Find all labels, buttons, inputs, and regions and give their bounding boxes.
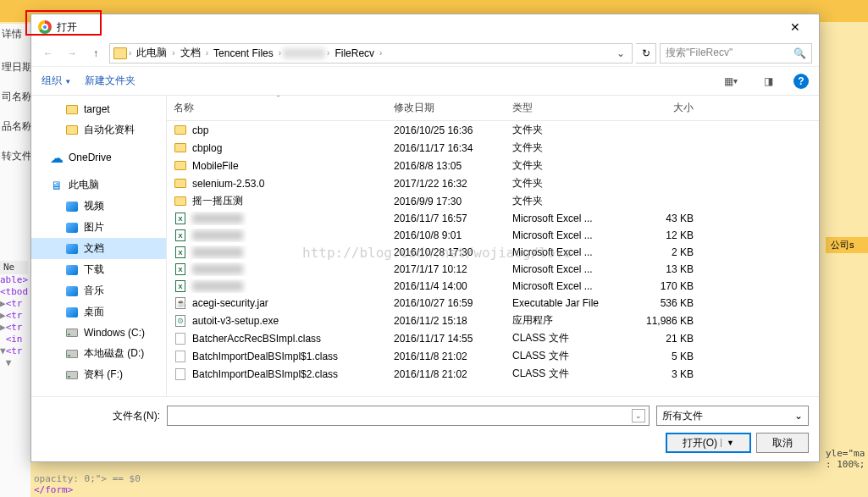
- crumb-filerecv[interactable]: FileRecv: [331, 47, 378, 59]
- file-row[interactable]: acegi-security.jar2016/10/27 16:59Execut…: [167, 295, 819, 312]
- tree-item-target[interactable]: target: [31, 99, 166, 119]
- file-name: [192, 230, 243, 240]
- file-name: [192, 213, 243, 224]
- tree-item-[interactable]: 下载: [31, 259, 166, 280]
- up-button[interactable]: ↑: [86, 43, 106, 64]
- crumb-tencent[interactable]: Tencent Files: [210, 47, 277, 59]
- crumb-redacted[interactable]: [283, 48, 325, 58]
- file-type: Microsoft Excel ...: [506, 280, 616, 292]
- tree-item-label: 此电脑: [69, 178, 99, 192]
- file-row[interactable]: 2016/11/4 14:00Microsoft Excel ...170 KB: [167, 278, 819, 295]
- forward-button[interactable]: →: [62, 43, 82, 64]
- file-type-filter[interactable]: 所有文件 ⌄: [656, 406, 809, 426]
- file-list: http://blog.csdn.net/wojiaog/love ˆ 名称 修…: [167, 96, 819, 396]
- bg-right-edge: 公司s yle="ma : 100%;: [826, 237, 868, 470]
- back-button[interactable]: ←: [38, 43, 58, 64]
- folder-icon: [174, 177, 187, 191]
- crumb-thispc[interactable]: 此电脑: [133, 46, 170, 60]
- file-row[interactable]: MobileFile2016/8/8 13:05文件夹: [167, 157, 819, 174]
- file-type: CLASS 文件: [506, 349, 616, 363]
- folder-icon: [174, 124, 187, 137]
- jar-icon: [174, 296, 187, 310]
- tree-item-onedrive[interactable]: ☁OneDrive: [31, 147, 166, 168]
- bg-devtools-code: Ne able> <tbod ▶<tr ▶<tr ▶<tr <in ▼<tr ▼: [0, 261, 28, 369]
- chevron-right-icon: ›: [172, 48, 174, 58]
- breadcrumb[interactable]: › 此电脑 › 文档 › Tencent Files › › FileRecv …: [109, 43, 633, 64]
- file-type: 文件夹: [506, 176, 616, 191]
- chevron-down-icon: ⌄: [794, 410, 803, 422]
- bg-label: 理日期: [0, 57, 30, 78]
- file-type: Microsoft Excel ...: [506, 213, 616, 224]
- filename-input[interactable]: ⌄: [167, 406, 650, 426]
- close-button[interactable]: ✕: [778, 20, 812, 34]
- file-row[interactable]: 摇一摇压测2016/9/9 17:30文件夹: [167, 192, 819, 210]
- dialog-title: 打开: [57, 20, 778, 35]
- tree-item-label: 自动化资料: [84, 123, 135, 137]
- file-name: cbplog: [192, 142, 222, 154]
- cancel-button[interactable]: 取消: [756, 433, 809, 453]
- titlebar: 打开 ✕: [31, 14, 819, 40]
- open-split-icon[interactable]: ▼: [721, 439, 734, 447]
- new-folder-button[interactable]: 新建文件夹: [85, 74, 135, 88]
- class-icon: [174, 350, 187, 363]
- preview-pane-button[interactable]: ◨: [756, 72, 780, 91]
- tree-item-[interactable]: 文档: [31, 238, 166, 259]
- file-row[interactable]: cbp2016/10/25 16:36文件夹: [167, 121, 819, 139]
- folder-tree[interactable]: target自动化资料☁OneDrive🖥此电脑视频图片文档下载音乐桌面Wind…: [31, 96, 167, 396]
- file-name: [192, 247, 243, 257]
- list-body[interactable]: cbp2016/10/25 16:36文件夹cbplog2016/11/17 1…: [167, 121, 819, 396]
- tree-item-[interactable]: 🖥此电脑: [31, 174, 166, 196]
- refresh-button[interactable]: ↻: [636, 43, 656, 64]
- column-size[interactable]: 大小: [616, 101, 700, 115]
- file-type: Executable Jar File: [506, 297, 616, 309]
- tree-item-windowsc[interactable]: Windows (C:): [31, 323, 166, 343]
- filename-dropdown-icon[interactable]: ⌄: [632, 409, 645, 422]
- tree-item-[interactable]: 音乐: [31, 280, 166, 301]
- file-row[interactable]: 2016/11/7 16:57Microsoft Excel ...43 KB: [167, 210, 819, 227]
- tree-item-label: 视频: [84, 199, 104, 213]
- open-button[interactable]: 打开(O)▼: [666, 433, 751, 453]
- file-row[interactable]: BatcherAccRecBSImpl.class2016/11/17 14:5…: [167, 329, 819, 347]
- file-name: BatchImportDealBSImpl$2.class: [192, 368, 338, 380]
- chevron-right-icon: ›: [129, 48, 131, 58]
- generic-icon: [65, 221, 79, 235]
- file-row[interactable]: 2016/10/8 9:01Microsoft Excel ...12 KB: [167, 227, 819, 244]
- file-row[interactable]: 2016/10/28 17:30Microsoft Excel ...2 KB: [167, 244, 819, 261]
- tree-item-[interactable]: 桌面: [31, 301, 166, 323]
- file-row[interactable]: BatchImportDealBSImpl$1.class2016/11/8 2…: [167, 347, 819, 365]
- file-size: 3 KB: [616, 368, 700, 380]
- file-row[interactable]: BatchImportDealBSImpl$2.class2016/11/8 2…: [167, 365, 819, 383]
- file-open-dialog: 打开 ✕ ← → ↑ › 此电脑 › 文档 › Tencent Files › …: [30, 14, 820, 462]
- file-type: Microsoft Excel ...: [506, 229, 616, 241]
- onedrive-icon: ☁: [50, 151, 64, 164]
- tree-item-d[interactable]: 本地磁盘 (D:): [31, 343, 166, 364]
- tree-item-label: 图片: [84, 220, 104, 235]
- file-row[interactable]: autoit-v3-setup.exe2016/11/2 15:18应用程序11…: [167, 312, 819, 329]
- search-input[interactable]: 搜索"FileRecv" 🔍: [660, 43, 812, 64]
- folder-icon: [174, 195, 187, 208]
- file-name: cbp: [192, 124, 208, 136]
- organize-menu[interactable]: 组织 ▼: [41, 74, 71, 88]
- tree-item-[interactable]: 图片: [31, 217, 166, 238]
- breadcrumb-dropdown[interactable]: ⌄: [613, 47, 628, 59]
- tree-item-label: OneDrive: [69, 152, 112, 163]
- tree-item-[interactable]: 自动化资料: [31, 119, 166, 141]
- toolbar: 组织 ▼ 新建文件夹 ▦▾ ◨ ?: [31, 67, 819, 96]
- column-type[interactable]: 类型: [506, 101, 616, 115]
- xls-icon: [174, 279, 187, 293]
- dialog-footer: 文件名(N): ⌄ 所有文件 ⌄ 打开(O)▼ 取消: [31, 396, 819, 461]
- tree-item-[interactable]: 视频: [31, 196, 166, 217]
- generic-icon: [65, 200, 79, 213]
- help-button[interactable]: ?: [793, 74, 809, 89]
- file-row[interactable]: 2017/1/17 10:12Microsoft Excel ...13 KB: [167, 261, 819, 278]
- list-header: ˆ 名称 修改日期 类型 大小: [167, 96, 819, 121]
- file-row[interactable]: selenium-2.53.02017/1/22 16:32文件夹: [167, 174, 819, 192]
- file-row[interactable]: cbplog2016/11/17 16:34文件夹: [167, 139, 819, 157]
- tree-item-f[interactable]: 资料 (F:): [31, 364, 166, 385]
- column-date[interactable]: 修改日期: [387, 101, 506, 115]
- file-size: 12 KB: [616, 229, 700, 241]
- crumb-documents[interactable]: 文档: [177, 46, 204, 60]
- bg-label: 品名称: [0, 116, 30, 137]
- view-options-button[interactable]: ▦▾: [719, 72, 743, 91]
- file-type: CLASS 文件: [506, 331, 616, 345]
